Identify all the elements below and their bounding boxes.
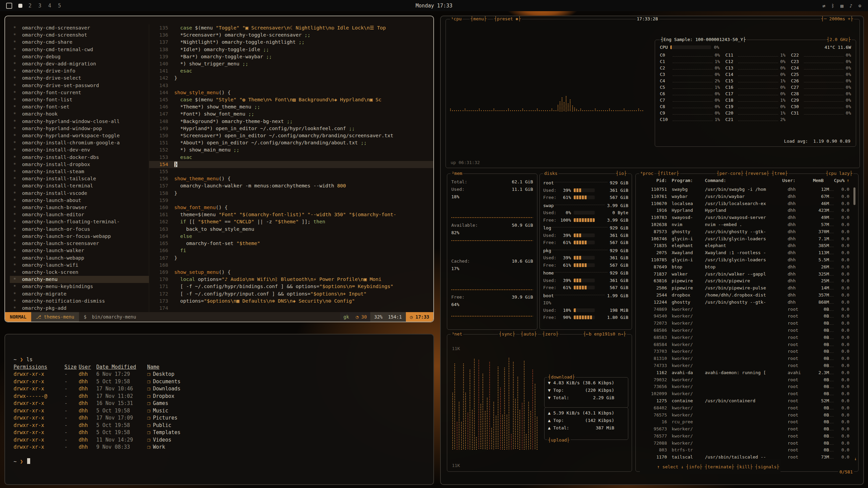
file-item[interactable]: *omarchy-cmd-screenshot xyxy=(10,32,149,39)
code-line[interactable]: 149 *Hyprland*) open_in_editor ~/.config… xyxy=(149,125,433,132)
workspace-active-indicator[interactable] xyxy=(18,4,22,8)
code-line[interactable]: 172 [ -f ~/.config/hypr/input.conf ] && … xyxy=(149,290,433,298)
terminal-prompt-row[interactable]: ~❯ xyxy=(14,458,433,466)
process-row[interactable]: 73703kworker/root0B0.0 xyxy=(639,349,849,356)
terminate-button[interactable]: ┤terminate├ xyxy=(705,464,734,469)
file-item[interactable]: *omarchy-menu xyxy=(10,276,149,283)
code-line[interactable]: 160show_font_menu() { xyxy=(149,204,433,211)
code-line[interactable]: 170 local options="♪ Audio\n≋ Wifi\nᛒ Bl… xyxy=(149,276,433,283)
file-item[interactable]: *omarchy-launch-about xyxy=(10,197,149,204)
file-item[interactable]: *omarchy-install-vscode xyxy=(10,190,149,197)
process-row[interactable]: 68583kworker/root0B0.0 xyxy=(639,335,849,342)
process-row[interactable]: 94540kworker/root0B0.0 xyxy=(639,313,849,321)
code-line[interactable]: 152 *) show_main_menu ;; xyxy=(149,146,433,154)
code-line[interactable]: 142} xyxy=(149,75,433,82)
tree-button[interactable]: ┤tree├ xyxy=(771,171,789,176)
code-line[interactable]: 136 *Screensaver*) omarchy-toggle-screen… xyxy=(149,32,433,39)
process-row[interactable]: 63816pipewire/usr/bin/pipewiredhh25M0.0 xyxy=(639,278,849,285)
info-button[interactable]: ┤info├ xyxy=(686,464,702,469)
file-item[interactable]: *omarchy-launch-floating-terminal- xyxy=(10,218,149,225)
code-line[interactable]: 146 *Theme*) show_theme_menu ;; xyxy=(149,103,433,110)
code-line[interactable]: 147 *Font*) show_font_menu ;; xyxy=(149,110,433,118)
process-row[interactable]: 110670localsea/usr/lib/localsearch-exdhh… xyxy=(639,201,849,208)
process-row[interactable]: 16rcu_preeroot0B0.0 xyxy=(639,419,849,426)
proc-col-cpu[interactable]: Cpu% xyxy=(824,178,845,183)
code-line[interactable]: 174 xyxy=(149,305,433,312)
proc-col-pid[interactable]: Pid: xyxy=(639,178,667,183)
code-line[interactable]: 156show_theme_menu() { xyxy=(149,175,433,182)
code-line[interactable]: 173 options="$options\n▦ Defaults\n⊕ DNS… xyxy=(149,298,433,305)
code-line[interactable]: 151 *About*) open_in_editor ~/.config/om… xyxy=(149,139,433,146)
code-line[interactable]: 164 else xyxy=(149,233,433,240)
code-line[interactable]: 140 *) show_trigger_menu ;; xyxy=(149,60,433,67)
process-row[interactable]: 110785glycin-i/usr/lib/glycin-loadersdhh… xyxy=(639,257,849,264)
code-line[interactable]: 155 xyxy=(149,168,433,175)
code-line[interactable]: 135 case $(menu "Toggle" "▣ Screensaver\… xyxy=(149,24,433,32)
file-item[interactable]: *omarchy-cmd-share xyxy=(10,39,149,46)
screencast-icon[interactable]: ⇄ xyxy=(823,3,825,8)
file-item[interactable]: *omarchy-hyprland-window-pop xyxy=(10,125,149,132)
file-item[interactable]: *omarchy-font-set xyxy=(10,103,149,110)
proc-col-user[interactable]: User: xyxy=(782,178,804,183)
file-item[interactable]: *omarchy-drive-set-password xyxy=(10,82,149,89)
signals-button[interactable]: ┤signals├ xyxy=(755,464,779,469)
scroll-down-arrow[interactable]: ↓ xyxy=(854,456,857,461)
kill-button[interactable]: ┤kill├ xyxy=(737,464,753,469)
process-row[interactable]: 73656kworker/root0B0.0 xyxy=(639,384,849,391)
code-line[interactable]: 166 fi xyxy=(149,247,433,254)
file-item[interactable]: *omarchy-launch-webapp xyxy=(10,255,149,262)
process-row[interactable]: 74733kworker/root0B0.0 xyxy=(639,363,849,370)
code-line[interactable]: 171 [ -f ~/.config/hypr/bindings.conf ] … xyxy=(149,283,433,290)
process-row[interactable]: 102638nvimnvim --embed .dhh57M0.0 xyxy=(639,222,849,229)
file-item[interactable]: *omarchy-hyprland-window-close-all xyxy=(10,118,149,125)
bluetooth-icon[interactable]: ᛒ xyxy=(831,3,834,8)
file-item[interactable]: *omarchy-font-current xyxy=(10,89,149,96)
net-sync-button[interactable]: ┤sync├ xyxy=(498,331,516,337)
file-item[interactable]: *omarchy-migrate xyxy=(10,290,149,298)
workspace-button[interactable]: 4 xyxy=(48,3,51,9)
code-line[interactable]: 148 *Background*) omarchy-theme-bg-next … xyxy=(149,118,433,125)
file-item[interactable]: *omarchy-launch-or-focus xyxy=(10,226,149,233)
file-item[interactable]: *omarchy-launch-wifi xyxy=(10,262,149,269)
code-line[interactable]: 153 esac xyxy=(149,154,433,161)
process-row[interactable]: 76575kworker/root0B0.0 xyxy=(639,412,849,420)
net-zero-button[interactable]: ┤zero├ xyxy=(541,331,559,337)
code-line[interactable]: 157 omarchy-launch-walker -m menus:omarc… xyxy=(149,182,433,189)
interval-control[interactable]: ┤─ 2000ms +├ xyxy=(820,16,854,21)
code-line[interactable]: 144show_style_menu() { xyxy=(149,89,433,96)
os-logo-icon[interactable] xyxy=(6,3,12,9)
process-row[interactable]: 76577kworker/root0B0.0 xyxy=(639,433,849,441)
net-auto-button[interactable]: ┤auto├ xyxy=(520,331,538,337)
process-row[interactable]: 106746glycin-i/usr/lib/glycin-loadersdhh… xyxy=(639,236,849,243)
process-row[interactable]: 71837walker/usr/bin/walker --gappldhh325… xyxy=(639,271,849,279)
process-row[interactable]: 72088kworker/root0B0.0 xyxy=(639,441,849,448)
menu-button[interactable]: ┤menu├ xyxy=(470,16,488,21)
process-row[interactable]: 1162avahi-daavahi-daemon: running [avahi… xyxy=(639,370,849,377)
code-line[interactable]: 162 if [[ "$theme" == "CNCLD" || -z "$th… xyxy=(149,218,433,225)
file-item[interactable]: *omarchy-debug xyxy=(10,53,149,60)
proc-col-mem[interactable]: MemB xyxy=(804,178,824,183)
code-line[interactable]: 145 case $(menu "Style" "◍ Theme\n✎ Font… xyxy=(149,96,433,103)
process-row[interactable]: 2075XwaylandXwayland :1 -rootless -dhh11… xyxy=(639,250,849,257)
process-row[interactable]: 803btrfs-trroot0B0.0 xyxy=(639,447,849,454)
terminal-window[interactable]: ~❯ls Permissions Size User Date Modified… xyxy=(4,334,434,485)
reverse-button[interactable]: ┤reverse├ xyxy=(744,171,770,176)
code-line[interactable]: 167} xyxy=(149,255,433,262)
proc-scrollbar[interactable] xyxy=(853,187,855,205)
process-row[interactable]: 2506pipewire/usr/bin/pipewire-pulsedhh14… xyxy=(639,285,849,292)
code-line[interactable]: 159 xyxy=(149,197,433,204)
process-row[interactable]: 74869kworker/root0B0.0 xyxy=(639,307,849,314)
code-line[interactable]: 165 omarchy-font-set "$theme" xyxy=(149,240,433,247)
power-icon[interactable]: ⊙ xyxy=(859,3,861,8)
process-row[interactable]: 102099kworker/root0B0.0 xyxy=(639,391,849,398)
process-row[interactable]: 79032kworker/root0B0.0 xyxy=(639,377,849,384)
filter-button[interactable]: ┤filter├ xyxy=(657,171,680,176)
select-control[interactable]: ↑ select ↓ xyxy=(657,464,684,469)
file-item[interactable]: *omarchy-hook xyxy=(10,110,149,118)
io-toggle-button[interactable]: ┤io├ xyxy=(615,171,628,176)
file-item[interactable]: *omarchy-cmd-screensaver xyxy=(10,24,149,32)
file-item[interactable]: *omarchy-install-chromium-google-a xyxy=(10,139,149,146)
process-row[interactable]: 87649btopbtopdhh26M0.0 xyxy=(639,264,849,271)
code-line[interactable]: 163 back_to show_style_menu xyxy=(149,226,433,233)
file-item[interactable]: *omarchy-lock-screen xyxy=(10,269,149,276)
